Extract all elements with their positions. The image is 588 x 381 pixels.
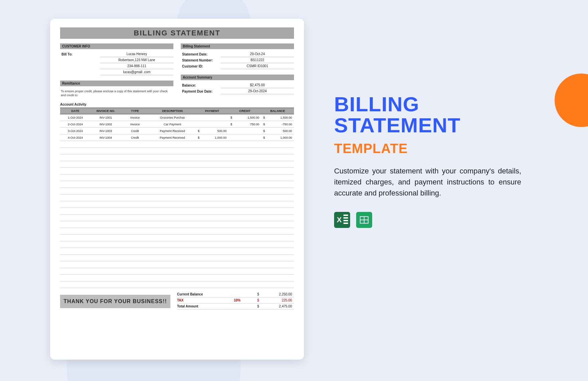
table-row <box>60 235 294 241</box>
customer-info-heading: CUSTOMER INFO <box>60 43 173 49</box>
table-row <box>60 281 294 288</box>
tax-pct: 10% <box>227 298 247 302</box>
cust-id-value: CSMR ID1001 <box>221 63 294 69</box>
bill-to-name: Lucas Henrey <box>100 51 173 57</box>
stmt-num-label: Statement Number: <box>181 58 221 63</box>
current-balance-value: $2,250.00 <box>247 292 294 296</box>
cust-id-label: Customer ID: <box>181 64 221 69</box>
table-row <box>60 275 294 281</box>
activity-header-row: DATE INVOICE NO. TYPE DESCRIPTION PAYMEN… <box>60 108 294 114</box>
table-row: 1-Oct-2024INV-1001InvoiceGroceries Purch… <box>60 114 294 121</box>
totals-block: Current Balance $2,250.00 TAX 10% $225.0… <box>177 291 294 309</box>
stmt-num-value: BS11222 <box>221 57 294 63</box>
col-balance: BALANCE <box>261 108 294 114</box>
statement-heading: Billing Statement <box>181 43 294 49</box>
table-row <box>60 248 294 255</box>
account-activity-label: Account Activity <box>60 103 294 106</box>
table-row <box>60 208 294 215</box>
bill-to-label: Bill To: <box>60 52 100 57</box>
stmt-date-label: Statement Date: <box>181 52 221 57</box>
current-balance-label: Current Balance <box>177 292 227 296</box>
table-row <box>60 195 294 201</box>
col-date: DATE <box>60 108 91 114</box>
tax-value: $225.00 <box>247 298 294 302</box>
balance-value: $2,475.00 <box>221 82 294 88</box>
table-row: 4-Oct-2024INV-1004CreditPayment Received… <box>60 134 294 141</box>
table-row <box>60 141 294 148</box>
promo-subtitle: TEMPLATE <box>334 141 521 156</box>
thank-you-banner: THANK YOU FOR YOUR BUSINESS!! <box>60 295 170 308</box>
balance-label: Balance: <box>181 83 221 88</box>
total-amount-value: $2,475.00 <box>247 304 294 308</box>
col-type: TYPE <box>121 108 149 114</box>
table-row <box>60 201 294 208</box>
remittance-heading: Remittance <box>60 81 173 86</box>
table-row: 2-Oct-2024INV-1002InvoiceCar Payment$750… <box>60 121 294 128</box>
table-row <box>60 221 294 228</box>
stmt-date-value: 29-Oct-24 <box>221 51 294 57</box>
table-row <box>60 255 294 261</box>
table-row <box>60 161 294 168</box>
table-row <box>60 188 294 195</box>
promo-panel: BILLINGSTATEMENT TEMPLATE Customize your… <box>334 94 521 228</box>
table-row <box>60 168 294 174</box>
bg-decor-blob <box>555 74 588 127</box>
doc-title: BILLING STATEMENT <box>60 27 294 39</box>
google-sheets-icon[interactable] <box>356 212 372 228</box>
document-preview: BILLING STATEMENT CUSTOMER INFO Bill To:… <box>50 19 304 360</box>
promo-title: BILLINGSTATEMENT <box>334 94 521 136</box>
excel-icon[interactable] <box>334 212 350 228</box>
table-row <box>60 241 294 248</box>
due-label: Payment Due Date: <box>181 89 221 94</box>
table-row: 3-Oct-2024INV-1003CreditPayment Received… <box>60 128 294 134</box>
due-value: 29-Oct-2024 <box>221 88 294 94</box>
bill-to-phone: 234-888-111 <box>100 63 173 69</box>
table-row <box>60 215 294 221</box>
table-row <box>60 154 294 161</box>
table-row <box>60 181 294 188</box>
table-row <box>60 228 294 235</box>
table-row <box>60 174 294 181</box>
table-row <box>60 148 294 154</box>
col-payment: PAYMENT <box>196 108 229 114</box>
remittance-text: To ensure proper credit, please enclose … <box>60 88 173 97</box>
account-summary-heading: Account Summary <box>181 75 294 80</box>
activity-table: DATE INVOICE NO. TYPE DESCRIPTION PAYMEN… <box>60 108 294 288</box>
table-row <box>60 261 294 268</box>
table-row <box>60 268 294 275</box>
col-invoice: INVOICE NO. <box>91 108 121 114</box>
tax-label: TAX <box>177 298 227 302</box>
bill-to-address: Robertson,123 NW Lane <box>100 57 173 63</box>
promo-description: Customize your statement with your compa… <box>334 165 521 199</box>
bill-to-email: lucas@gmail .com <box>100 69 173 75</box>
col-description: DESCRIPTION <box>149 108 196 114</box>
total-amount-label: Total Amount <box>177 304 227 308</box>
col-credit: CREDIT <box>229 108 261 114</box>
